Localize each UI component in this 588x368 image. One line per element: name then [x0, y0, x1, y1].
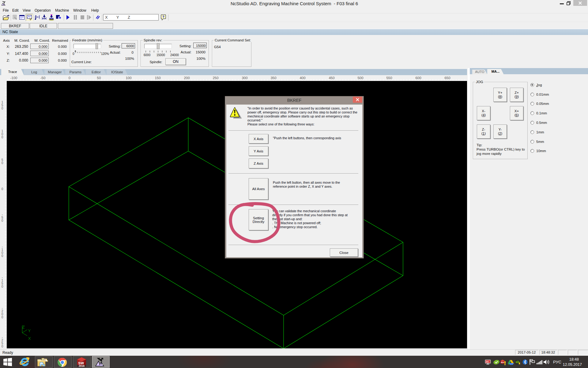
svg-text:SC: SC [486, 361, 489, 363]
svg-text:&w: &w [501, 361, 504, 363]
svg-text:?: ? [162, 15, 164, 19]
svg-text:2016: 2016 [79, 364, 85, 367]
